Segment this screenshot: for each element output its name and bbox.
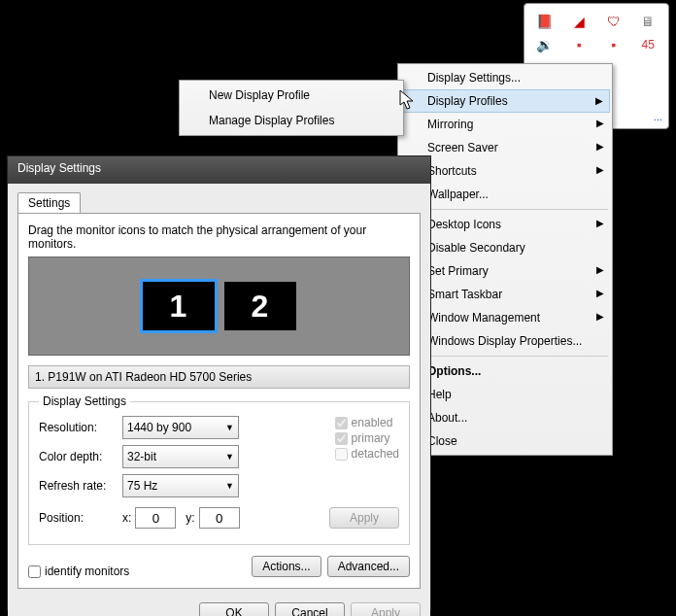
display-settings-fieldset: Display Settings Resolution: 1440 by 900… xyxy=(28,394,410,545)
identify-monitors-label: identify monitors xyxy=(45,565,129,578)
menu-desktop-icons[interactable]: Desktop Icons▶ xyxy=(400,213,610,236)
menu-disable-secondary[interactable]: Disable Secondary xyxy=(400,236,610,259)
submenu-arrow-icon: ▶ xyxy=(596,164,604,175)
dropdown-arrow-icon: ▼ xyxy=(225,452,234,462)
enabled-label: enabled xyxy=(352,416,393,429)
submenu-arrow-icon: ▶ xyxy=(596,118,604,128)
tray-customize[interactable]: ... xyxy=(654,111,662,122)
menu-mirroring[interactable]: Mirroring▶ xyxy=(400,113,610,136)
menu-screen-saver-label: Screen Saver xyxy=(427,141,498,154)
menu-desktop-icons-label: Desktop Icons xyxy=(427,218,501,231)
tray-icon-6[interactable]: ▪ xyxy=(570,37,588,52)
enabled-checkbox: enabled xyxy=(335,416,399,429)
submenu-manage-profiles[interactable]: Manage Display Profiles xyxy=(182,108,401,133)
monitor-info: 1. P191W on ATI Radeon HD 5700 Series xyxy=(28,365,410,389)
identify-monitors-checkbox[interactable]: identify monitors xyxy=(28,565,129,578)
menu-smart-taskbar-label: Smart Taskbar xyxy=(427,288,502,301)
menu-set-primary-label: Set Primary xyxy=(427,264,489,278)
color-depth-label: Color depth: xyxy=(39,450,122,463)
submenu-arrow-icon: ▶ xyxy=(596,264,604,275)
tray-count[interactable]: 45 xyxy=(639,37,657,52)
menu-separator xyxy=(402,209,608,210)
menu-display-profiles[interactable]: Display Profiles▶ xyxy=(400,89,610,113)
submenu-display-profiles: New Display Profile Manage Display Profi… xyxy=(179,80,404,136)
y-input[interactable] xyxy=(199,507,240,529)
identify-monitors-input[interactable] xyxy=(28,565,41,578)
tab-panel: Drag the monitor icons to match the phys… xyxy=(17,213,421,589)
x-label: x: xyxy=(122,511,131,525)
detached-checkbox: detached xyxy=(335,447,399,461)
enabled-checkbox-input xyxy=(335,417,348,429)
menu-windows-display-properties[interactable]: Windows Display Properties... xyxy=(400,329,610,353)
menu-smart-taskbar[interactable]: Smart Taskbar▶ xyxy=(400,283,610,306)
submenu-arrow-icon: ▶ xyxy=(595,95,603,106)
menu-display-settings[interactable]: Display Settings... xyxy=(400,66,610,89)
tray-icon-4[interactable]: 🖥 xyxy=(639,14,657,29)
instruction-text: Drag the monitor icons to match the phys… xyxy=(28,223,410,251)
primary-checkbox: primary xyxy=(335,431,399,445)
submenu-arrow-icon: ▶ xyxy=(596,311,604,322)
advanced-button[interactable]: Advanced... xyxy=(327,556,410,577)
dropdown-arrow-icon: ▼ xyxy=(225,423,234,432)
menu-shortcuts[interactable]: Shortcuts▶ xyxy=(400,159,610,183)
tray-icon-3[interactable]: 🛡 xyxy=(605,14,623,29)
menu-close[interactable]: Close xyxy=(400,429,610,453)
submenu-arrow-icon: ▶ xyxy=(596,218,604,228)
resolution-label: Resolution: xyxy=(39,421,122,434)
cancel-button[interactable]: Cancel xyxy=(275,602,345,616)
menu-about[interactable]: About... xyxy=(400,406,610,429)
ok-button[interactable]: OK xyxy=(199,602,269,616)
resolution-value: 1440 by 900 xyxy=(127,421,191,434)
menu-display-profiles-label: Display Profiles xyxy=(427,94,508,108)
monitor-1[interactable]: 1 xyxy=(143,282,215,330)
menu-separator xyxy=(402,356,608,357)
color-depth-dropdown[interactable]: 32-bit▼ xyxy=(122,445,239,468)
tray-icon-7[interactable]: ▪ xyxy=(605,37,623,52)
fieldset-legend: Display Settings xyxy=(39,394,130,408)
x-input[interactable] xyxy=(135,507,176,529)
submenu-arrow-icon: ▶ xyxy=(596,288,604,298)
menu-mirroring-label: Mirroring xyxy=(427,118,473,131)
submenu-arrow-icon: ▶ xyxy=(596,141,604,152)
position-label: Position: xyxy=(39,511,122,525)
apply-settings-button[interactable]: Apply xyxy=(329,507,399,529)
menu-shortcuts-label: Shortcuts xyxy=(427,164,477,178)
actions-button[interactable]: Actions... xyxy=(252,556,321,577)
dropdown-arrow-icon: ▼ xyxy=(225,481,234,491)
monitor-2[interactable]: 2 xyxy=(224,282,296,330)
primary-checkbox-input xyxy=(335,432,348,445)
apply-button[interactable]: Apply xyxy=(351,602,421,616)
menu-wallpaper[interactable]: Wallpaper... xyxy=(400,183,610,206)
tray-icon-1[interactable]: 📕 xyxy=(536,14,554,29)
tab-settings[interactable]: Settings xyxy=(17,192,81,213)
window-titlebar[interactable]: Display Settings xyxy=(8,156,430,184)
primary-label: primary xyxy=(352,431,390,445)
menu-screen-saver[interactable]: Screen Saver▶ xyxy=(400,136,610,159)
menu-window-management-label: Window Management xyxy=(427,311,540,325)
resolution-dropdown[interactable]: 1440 by 900▼ xyxy=(122,416,239,439)
tray-icon-5[interactable]: 🔉 xyxy=(536,37,554,52)
monitor-arrangement-area[interactable]: 1 2 xyxy=(28,257,410,356)
refresh-rate-value: 75 Hz xyxy=(127,479,157,493)
tray-icon-2[interactable]: ◢ xyxy=(570,14,588,29)
y-label: y: xyxy=(186,511,194,525)
refresh-rate-dropdown[interactable]: 75 Hz▼ xyxy=(122,474,239,497)
color-depth-value: 32-bit xyxy=(127,450,156,463)
menu-set-primary[interactable]: Set Primary▶ xyxy=(400,259,610,283)
menu-options[interactable]: Options... xyxy=(400,359,610,383)
detached-checkbox-input xyxy=(335,448,348,461)
menu-help[interactable]: Help xyxy=(400,383,610,406)
submenu-new-profile[interactable]: New Display Profile xyxy=(182,83,401,108)
menu-window-management[interactable]: Window Management▶ xyxy=(400,306,610,329)
detached-label: detached xyxy=(352,447,399,461)
refresh-rate-label: Refresh rate: xyxy=(39,479,122,493)
display-settings-window: Display Settings Settings Drag the monit… xyxy=(7,155,431,610)
